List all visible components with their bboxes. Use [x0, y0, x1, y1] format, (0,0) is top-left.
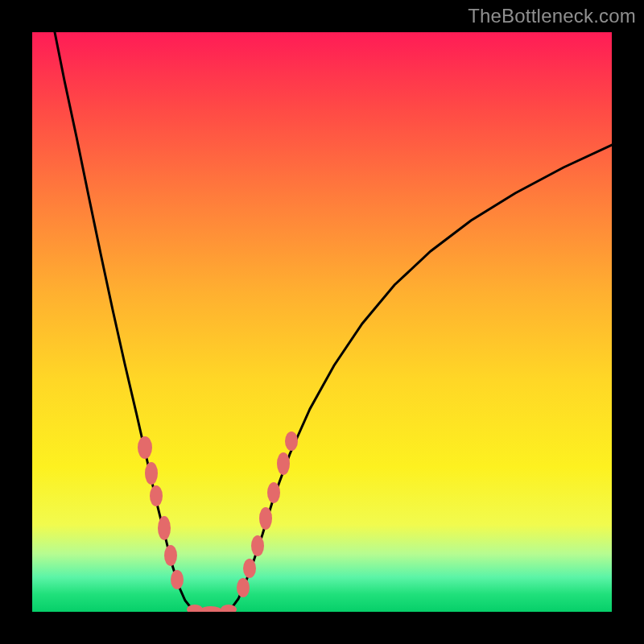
marker-left — [171, 570, 184, 589]
marker-right — [285, 431, 298, 451]
marker-bottom — [200, 606, 222, 612]
marker-left — [158, 516, 171, 540]
watermark-text: TheBottleneck.com — [468, 5, 636, 27]
marker-right — [243, 559, 256, 578]
marker-left — [138, 436, 152, 459]
marker-right — [259, 507, 272, 530]
marker-left — [145, 462, 158, 485]
chart-svg — [32, 32, 612, 612]
marker-right — [237, 578, 250, 597]
curve-markers — [138, 431, 298, 612]
app-frame: TheBottleneck.com — [0, 0, 644, 644]
marker-right — [251, 535, 264, 556]
bottleneck-curve — [55, 32, 612, 612]
marker-left — [150, 485, 163, 506]
marker-right — [267, 482, 280, 503]
marker-left — [164, 545, 177, 566]
marker-right — [277, 452, 290, 475]
curve-path — [55, 32, 612, 612]
plot-area — [32, 32, 612, 612]
